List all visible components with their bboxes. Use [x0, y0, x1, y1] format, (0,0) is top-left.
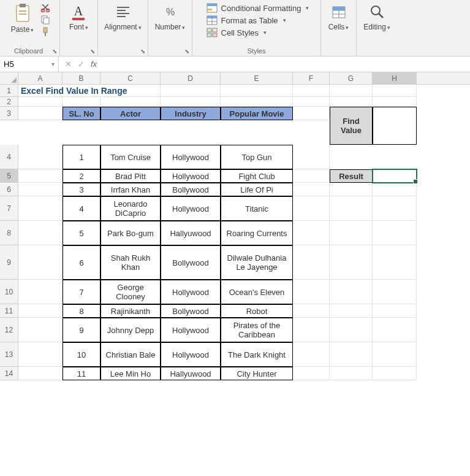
cell-D3[interactable]: Industry [161, 107, 221, 120]
cell-E8[interactable]: Roaring Currents [221, 221, 293, 245]
cell-C11[interactable]: Rajinikanth [100, 304, 161, 318]
cell-F10[interactable] [293, 280, 330, 304]
row-header-10[interactable]: 10 [0, 280, 18, 304]
cell-C2[interactable] [100, 97, 161, 107]
cells-button[interactable]: Cells▾ [326, 2, 352, 33]
cell-E4[interactable]: Top Gun [221, 145, 293, 169]
cell-E5[interactable]: Fight Club [221, 169, 293, 183]
font-button[interactable]: A Font▾ [67, 2, 91, 33]
cell-G9[interactable] [330, 245, 373, 280]
cell-E11[interactable]: Robot [221, 304, 293, 318]
clipboard-dialog-launcher[interactable]: ⬊ [52, 48, 57, 55]
row-header-4[interactable]: 4 [0, 145, 18, 169]
row-header-9[interactable]: 9 [0, 245, 18, 280]
enter-formula-button[interactable]: ✓ [78, 60, 85, 69]
cell-B4[interactable]: 1 [63, 145, 100, 169]
cell-A10[interactable] [18, 280, 63, 304]
cell-C7[interactable]: Leonardo DiCaprio [100, 196, 161, 221]
cell-C12[interactable]: Johnny Depp [100, 318, 161, 342]
name-box[interactable]: ▾ [0, 56, 59, 72]
cell-C4[interactable]: Tom Cruise [100, 145, 161, 169]
cell-G5[interactable]: Result [330, 169, 373, 183]
cell-H7[interactable] [373, 196, 417, 221]
select-all-button[interactable] [0, 72, 18, 84]
format-as-table-button[interactable]: Format as Table▾ [207, 15, 309, 25]
cell-F14[interactable] [293, 367, 330, 380]
column-header-F[interactable]: F [293, 72, 330, 84]
cell-E14[interactable]: City Hunter [221, 367, 293, 380]
cell-C10[interactable]: George Clooney [100, 280, 161, 304]
cell-F13[interactable] [293, 342, 330, 367]
cell-H1[interactable] [373, 85, 417, 97]
cancel-formula-button[interactable]: ✕ [65, 60, 72, 69]
row-header-12[interactable]: 12 [0, 318, 18, 342]
find-value-input[interactable] [373, 107, 417, 145]
cell-F9[interactable] [293, 245, 330, 280]
cell-D2[interactable] [161, 97, 221, 107]
cell-H12[interactable] [373, 318, 417, 342]
cell-D14[interactable]: Hallyuwood [161, 367, 221, 380]
cell-B6[interactable]: 3 [63, 183, 100, 196]
editing-button[interactable]: Editing▾ [361, 2, 393, 33]
row-header-3[interactable]: 3 [0, 107, 18, 120]
cell-G10[interactable] [330, 280, 373, 304]
cell-A4[interactable] [18, 145, 63, 169]
cell-B3[interactable]: SL. No [63, 107, 100, 120]
cell-C14[interactable]: Lee Min Ho [100, 367, 161, 380]
row-header-7[interactable]: 7 [0, 196, 18, 221]
cell-D11[interactable]: Bollywood [161, 304, 221, 318]
row-header-2[interactable]: 2 [0, 97, 18, 107]
copy-button[interactable] [40, 14, 51, 25]
row-header-1[interactable]: 1 [0, 85, 18, 97]
cell-A8[interactable] [18, 221, 63, 245]
cell-E10[interactable]: Ocean's Eleven [221, 280, 293, 304]
cell-G2[interactable] [330, 97, 373, 107]
cell-C9[interactable]: Shah Rukh Khan [100, 245, 161, 280]
formula-input[interactable] [103, 60, 470, 69]
cell-E12[interactable]: Pirates of the Caribbean [221, 318, 293, 342]
cell-B8[interactable]: 5 [63, 221, 100, 245]
cell-G11[interactable] [330, 304, 373, 318]
cell-C5[interactable]: Brad Pitt [100, 169, 161, 183]
column-header-G[interactable]: G [330, 72, 373, 84]
cell-E13[interactable]: The Dark Knight [221, 342, 293, 367]
cell-E3[interactable]: Popular Movie [221, 107, 293, 120]
cell-B11[interactable]: 8 [63, 304, 100, 318]
cell-H11[interactable] [373, 304, 417, 318]
cell-G13[interactable] [330, 342, 373, 367]
cell-B7[interactable]: 4 [63, 196, 100, 221]
cell-G12[interactable] [330, 318, 373, 342]
cell-D13[interactable]: Hollywood [161, 342, 221, 367]
cell-B12[interactable]: 9 [63, 318, 100, 342]
column-header-C[interactable]: C [100, 72, 161, 84]
cell-F5[interactable] [293, 169, 330, 183]
cell-D10[interactable]: Hollywood [161, 280, 221, 304]
cell-H2[interactable] [373, 97, 417, 107]
find-value-label[interactable]: Find Value [330, 107, 373, 145]
row-header-6[interactable]: 6 [0, 183, 18, 196]
cell-F7[interactable] [293, 196, 330, 221]
cell-G14[interactable] [330, 367, 373, 380]
cell-F4[interactable] [293, 145, 330, 169]
cell-B10[interactable]: 7 [63, 280, 100, 304]
cell-H13[interactable] [373, 342, 417, 367]
format-painter-button[interactable] [40, 26, 51, 37]
number-dialog-launcher[interactable]: ⬊ [184, 48, 189, 55]
column-header-D[interactable]: D [161, 72, 221, 84]
font-dialog-launcher[interactable]: ⬊ [90, 48, 95, 55]
cell-F11[interactable] [293, 304, 330, 318]
cell-A11[interactable] [18, 304, 63, 318]
cell-D1[interactable] [161, 85, 221, 97]
active-cell[interactable] [373, 169, 417, 183]
sheet-title[interactable]: Excel Find Value In Range [18, 85, 161, 97]
cell-E7[interactable]: Titanic [221, 196, 293, 221]
cell-D12[interactable]: Hollywood [161, 318, 221, 342]
cell-A5[interactable] [18, 169, 63, 183]
cell-F6[interactable] [293, 183, 330, 196]
column-header-B[interactable]: B [63, 72, 100, 84]
cell-A6[interactable] [18, 183, 63, 196]
cell-A9[interactable] [18, 245, 63, 280]
cell-D8[interactable]: Hallyuwood [161, 221, 221, 245]
name-box-input[interactable] [4, 60, 40, 69]
cell-C3[interactable]: Actor [100, 107, 161, 120]
